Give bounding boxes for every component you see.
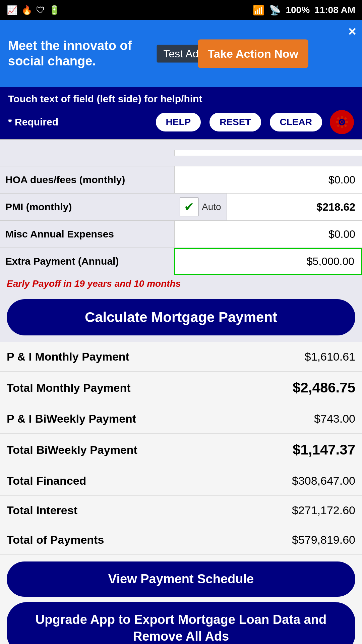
battery-percent: 100% xyxy=(286,5,310,15)
total-financed-label: Total Financed xyxy=(7,474,86,487)
pmi-value[interactable]: $218.62 xyxy=(227,194,362,220)
total-monthly-value: $2,486.75 xyxy=(293,380,355,396)
svg-rect-3 xyxy=(341,125,343,128)
total-payments-row: Total of Payments $579,819.60 xyxy=(0,525,362,555)
wifi-icon: 📶 xyxy=(253,5,264,16)
calculate-button[interactable]: Calculate Mortgage Payment xyxy=(7,299,355,335)
total-biweekly-row: Total BiWeekly Payment $1,147.37 xyxy=(0,434,362,466)
extra-payment-input[interactable]: $5,000.00 xyxy=(174,248,362,275)
pi-monthly-value: $1,610.61 xyxy=(305,350,355,363)
help-button[interactable]: HELP xyxy=(155,112,202,132)
svg-rect-2 xyxy=(341,116,343,119)
total-biweekly-value: $1,147.37 xyxy=(293,442,355,458)
partial-label xyxy=(0,150,174,156)
total-payments-label: Total of Payments xyxy=(7,533,104,546)
misc-value[interactable]: $0.00 xyxy=(174,221,362,248)
total-monthly-row: Total Monthly Payment $2,486.75 xyxy=(0,372,362,404)
upgrade-button[interactable]: Upgrade App to Export Mortgage Loan Data… xyxy=(7,602,355,644)
chart-icon: 📈 xyxy=(7,5,17,15)
partial-value xyxy=(174,150,362,156)
signal-icon: 📡 xyxy=(269,5,281,16)
ad-banner: Meet the innovato of social change. Test… xyxy=(0,20,362,87)
toolbar: Touch text of field (left side) for help… xyxy=(0,87,362,139)
pmi-label[interactable]: PMI (monthly) xyxy=(0,197,174,217)
total-financed-row: Total Financed $308,647.00 xyxy=(0,466,362,496)
svg-rect-9 xyxy=(344,124,347,127)
ad-text: Meet the innovato of social change. xyxy=(8,38,142,69)
svg-point-11 xyxy=(341,121,343,123)
hoa-value[interactable]: $0.00 xyxy=(174,166,362,193)
required-label: * Required xyxy=(8,116,148,128)
extra-payment-label[interactable]: Extra Payment (Annual) xyxy=(0,252,174,271)
settings-button[interactable] xyxy=(330,110,354,134)
results-section: P & I Monthly Payment $1,610.61 Total Mo… xyxy=(0,342,362,555)
fire-icon: 🔥 xyxy=(21,5,32,15)
controls-row: * Required HELP RESET CLEAR xyxy=(8,110,354,134)
bottom-buttons: View Payment Schedule Upgrade App to Exp… xyxy=(0,555,362,644)
battery-100-icon: 🔋 xyxy=(49,5,60,15)
total-payments-value: $579,819.60 xyxy=(292,533,355,546)
svg-rect-6 xyxy=(337,117,340,120)
total-interest-value: $271,172.60 xyxy=(292,504,355,517)
partial-field-row xyxy=(0,140,362,166)
view-schedule-button[interactable]: View Payment Schedule xyxy=(7,561,355,597)
reset-button[interactable]: RESET xyxy=(208,112,262,132)
form-area: HOA dues/fees (monthly) $0.00 PMI (month… xyxy=(0,139,362,342)
svg-rect-4 xyxy=(336,121,339,123)
total-monthly-label: Total Monthly Payment xyxy=(7,381,131,394)
pi-biweekly-value: $743.00 xyxy=(314,412,355,425)
svg-rect-8 xyxy=(337,124,340,127)
pmi-field-row: PMI (monthly) ✔ Auto $218.62 xyxy=(0,194,362,221)
pi-biweekly-row: P & I BiWeekly Payment $743.00 xyxy=(0,404,362,434)
status-right-info: 📶 📡 100% 11:08 AM xyxy=(253,5,355,16)
pmi-checkbox[interactable]: ✔ xyxy=(180,198,198,216)
svg-rect-5 xyxy=(345,121,348,123)
misc-label[interactable]: Misc Annual Expenses xyxy=(0,224,174,244)
pi-monthly-row: P & I Monthly Payment $1,610.61 xyxy=(0,342,362,372)
hint-text: Touch text of field (left side) for help… xyxy=(8,93,354,105)
svg-rect-7 xyxy=(344,117,347,120)
total-financed-value: $308,647.00 xyxy=(292,474,355,487)
total-interest-label: Total Interest xyxy=(7,504,77,517)
early-payoff-text: Early Payoff in 19 years and 10 months xyxy=(0,275,362,292)
hoa-field-row: HOA dues/fees (monthly) $0.00 xyxy=(0,166,362,194)
hoa-label[interactable]: HOA dues/fees (monthly) xyxy=(0,170,174,190)
total-biweekly-label: Total BiWeekly Payment xyxy=(7,443,137,457)
status-left-icons: 📈 🔥 🛡 🔋 xyxy=(7,5,60,15)
pmi-checkbox-area: ✔ Auto xyxy=(174,198,227,216)
gear-icon xyxy=(335,115,349,129)
clear-button[interactable]: CLEAR xyxy=(269,112,323,132)
misc-field-row: Misc Annual Expenses $0.00 xyxy=(0,221,362,248)
extra-payment-field-row: Extra Payment (Annual) $5,000.00 xyxy=(0,248,362,275)
clock: 11:08 AM xyxy=(314,5,355,15)
auto-label: Auto xyxy=(202,202,221,212)
status-bar: 📈 🔥 🛡 🔋 📶 📡 100% 11:08 AM xyxy=(0,0,362,20)
total-interest-row: Total Interest $271,172.60 xyxy=(0,496,362,525)
ad-close-button[interactable]: ✕ xyxy=(348,25,357,38)
pi-monthly-label: P & I Monthly Payment xyxy=(7,350,129,363)
shield-icon: 🛡 xyxy=(36,5,45,15)
cta-button[interactable]: Take Action Now xyxy=(198,40,308,68)
pi-biweekly-label: P & I BiWeekly Payment xyxy=(7,412,136,425)
